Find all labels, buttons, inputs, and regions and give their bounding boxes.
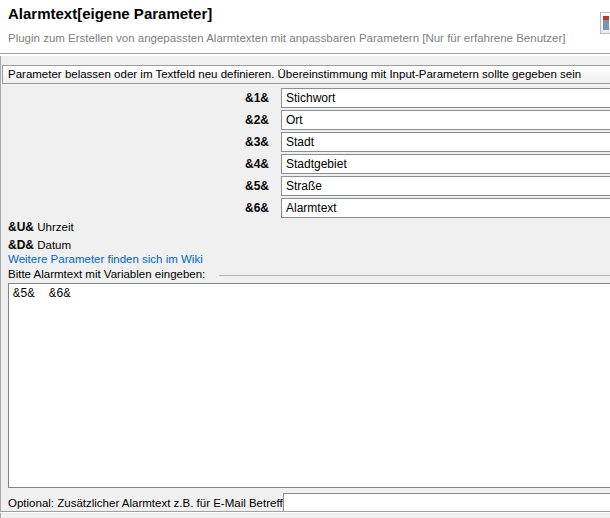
param-value-input-6[interactable]	[281, 198, 610, 218]
date-parameter-label: Datum	[37, 239, 71, 251]
param-key-label: &1&	[1, 88, 269, 108]
date-parameter-key: &D&	[8, 238, 34, 252]
param-key-label: &2&	[1, 110, 269, 130]
param-row-5: &5&	[1, 176, 610, 196]
wiki-link[interactable]: Weitere Parameter finden sich im Wiki	[8, 253, 203, 265]
param-row-3: &3&	[1, 132, 610, 152]
param-value-input-2[interactable]	[281, 110, 610, 130]
time-parameter-row: &U& Uhrzeit	[8, 220, 74, 234]
alarmtext-plugin-page: Alarmtext[eigene Parameter] Plugin zum E…	[0, 0, 610, 518]
instruction-bar: Parameter belassen oder im Textfeld neu …	[2, 65, 610, 84]
param-key-label: &5&	[1, 176, 269, 196]
alarmtext-textarea[interactable]: &5& &6&	[8, 283, 610, 488]
param-value-input-5[interactable]	[281, 176, 610, 196]
param-row-2: &2&	[1, 110, 610, 130]
param-value-input-4[interactable]	[281, 154, 610, 174]
prompt-rule	[219, 275, 610, 276]
truncated-glyph-icon	[603, 16, 609, 30]
page-subtitle: Plugin zum Erstellen von angepassten Ala…	[8, 32, 565, 44]
page-title: Alarmtext[eigene Parameter]	[8, 5, 212, 22]
time-parameter-key: &U&	[8, 220, 34, 234]
param-value-input-1[interactable]	[281, 88, 610, 108]
alarmtext-prompt-label: Bitte Alarmtext mit Variablen eingeben:	[8, 268, 205, 280]
optional-alarmtext-label: Optional: Zusätzlicher Alarmtext z.B. fü…	[8, 493, 286, 513]
param-row-1: &1&	[1, 88, 610, 108]
param-row-6: &6&	[1, 198, 610, 218]
top-divider	[0, 53, 610, 55]
param-key-label: &4&	[1, 154, 269, 174]
time-parameter-label: Uhrzeit	[37, 221, 73, 233]
param-row-4: &4&	[1, 154, 610, 174]
date-parameter-row: &D& Datum	[8, 238, 71, 252]
optional-alarmtext-input[interactable]	[283, 493, 610, 513]
footer-strip	[0, 513, 610, 518]
truncated-button-icon[interactable]	[600, 12, 610, 34]
param-value-input-3[interactable]	[281, 132, 610, 152]
settings-panel: Parameter belassen oder im Textfeld neu …	[0, 56, 610, 511]
param-key-label: &3&	[1, 132, 269, 152]
param-key-label: &6&	[1, 198, 269, 218]
